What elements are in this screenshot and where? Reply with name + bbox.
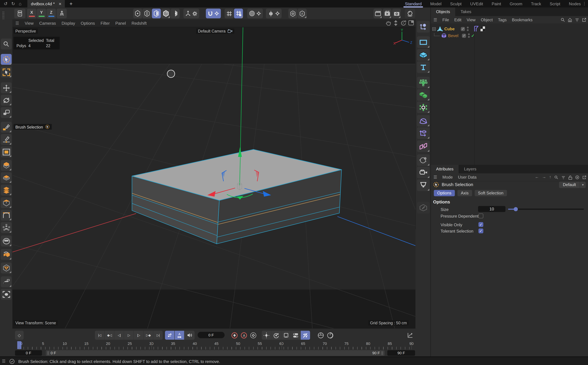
new-tab-button[interactable]: + (70, 1, 73, 7)
search-icon[interactable] (554, 175, 558, 179)
play-mode-button[interactable]: A (175, 331, 184, 340)
solo-off-button[interactable] (316, 331, 326, 340)
history-forward-icon[interactable]: → (542, 175, 546, 180)
dolly-zoom-icon[interactable] (393, 20, 398, 26)
open-timeline-button[interactable] (406, 331, 414, 340)
solo-animation-button[interactable] (326, 331, 335, 340)
attributes-menu-userdata[interactable]: User Data (458, 175, 477, 179)
workspace-tab[interactable]: Model (430, 0, 442, 7)
rectangle-spline-tool-button[interactable] (1, 146, 12, 157)
size-slider-track[interactable] (508, 209, 584, 210)
transport-button[interactable]: ▷◆ (144, 331, 153, 340)
remesh-button[interactable] (1, 262, 12, 274)
quantize-button[interactable] (234, 9, 243, 18)
lock-y-axis-button[interactable]: Y (37, 9, 46, 18)
lock-x-axis-button[interactable]: X (27, 9, 36, 18)
orbit-icon[interactable] (400, 20, 406, 26)
workspace-tab[interactable]: Nodes (569, 0, 581, 7)
autokeying-button[interactable]: A (239, 331, 249, 340)
move-tool-button[interactable] (1, 82, 12, 93)
viewport-3d-canvas[interactable]: Perspective SelectedTotal Polys422 Defau… (12, 27, 415, 329)
document-tab[interactable]: dvdbox.c4d * ✕ (28, 0, 65, 7)
coordinate-system-button[interactable] (14, 9, 26, 18)
toggle-panel-layout-icon[interactable] (408, 20, 414, 26)
attributes-menu-mode[interactable]: Mode (443, 175, 453, 179)
visible-only-checkbox[interactable]: ✓ (479, 222, 483, 227)
transport-button[interactable]: ▷ (124, 331, 134, 340)
points-mode-button[interactable] (133, 9, 142, 18)
viewport-menu-filter[interactable]: Filter (101, 21, 110, 25)
edges-mode-button[interactable] (143, 9, 152, 18)
coordinate-mode-button[interactable] (57, 9, 67, 18)
tab-button-soft-selection[interactable]: Soft Selection (475, 190, 507, 196)
key-pla-button[interactable] (301, 331, 310, 340)
workspace-tab[interactable]: Script (550, 0, 560, 7)
transport-button[interactable]: |◁ (95, 331, 105, 340)
workspace-tab[interactable]: Paint (492, 0, 501, 7)
key-parameters-button[interactable] (291, 331, 301, 340)
bevel-enabled-check-icon[interactable]: ✓ (471, 33, 474, 38)
attributes-menu-icon[interactable]: ☰ (433, 175, 437, 180)
weight-tool-button[interactable] (1, 222, 12, 233)
key-rotation-button[interactable] (271, 331, 281, 340)
render-settings-button[interactable] (392, 9, 401, 18)
render-view-button[interactable] (373, 9, 382, 18)
target-icon[interactable] (575, 175, 579, 179)
extrude-inner-tool-button[interactable] (1, 197, 12, 208)
tab-objects[interactable]: Objects (431, 7, 455, 16)
preset-dropdown[interactable]: Default ▼ (559, 182, 586, 188)
pan-hand-icon[interactable] (386, 20, 391, 26)
workspace-tab[interactable]: UVEdit (470, 0, 483, 7)
search-icon[interactable] (560, 18, 565, 22)
objects-menu-icon[interactable]: ☰ (433, 17, 437, 22)
sky-environment-button[interactable] (417, 154, 430, 166)
object-mode-button[interactable] (171, 9, 180, 18)
active-camera-label[interactable]: Default Camera (196, 28, 234, 34)
size-slider-handle[interactable] (514, 207, 518, 211)
range-end-field[interactable]: 90 F (387, 350, 415, 356)
objects-menu-edit[interactable]: Edit (454, 18, 462, 22)
range-left-grip[interactable] (47, 351, 49, 355)
object-name-cube[interactable]: Cube (444, 27, 455, 31)
tab-layers[interactable]: Layers (459, 165, 482, 174)
keyframe-settings-button[interactable] (249, 331, 258, 340)
objects-menu-view[interactable]: View (467, 18, 476, 22)
spline-primitive-button[interactable] (417, 36, 430, 48)
viewport-menu-panel[interactable]: Panel (115, 21, 126, 25)
bridge-tool-button[interactable] (1, 210, 12, 221)
symmetry-button[interactable] (266, 9, 282, 18)
rotate-tool-button[interactable] (1, 95, 12, 106)
tab-takes[interactable]: Takes (455, 7, 477, 16)
transport-button[interactable]: ◆◁ (105, 331, 114, 340)
spotlight-tool-button[interactable] (1, 289, 12, 300)
size-value-field[interactable]: 10 (478, 206, 506, 212)
cube-primitive-button[interactable] (417, 49, 430, 61)
camera-view-label[interactable]: Perspective (14, 28, 38, 34)
collapse-icon[interactable] (432, 27, 436, 31)
modeling-settings-button[interactable] (247, 9, 263, 18)
visibility-dots[interactable] (468, 33, 470, 38)
objects-menu-object[interactable]: Object (481, 18, 493, 22)
objects-menu-file[interactable]: File (443, 18, 449, 22)
tab-attributes[interactable]: Attributes (431, 165, 459, 174)
model-mode-button[interactable] (161, 9, 170, 18)
key-position-button[interactable] (262, 331, 271, 340)
material-manager-button[interactable] (405, 9, 415, 18)
status-menu-icon[interactable]: ☰ (2, 359, 6, 364)
loop-playback-button[interactable] (165, 331, 175, 340)
polygons-mode-button[interactable] (152, 9, 161, 18)
viewport-menu-options[interactable]: Options (81, 21, 95, 25)
enable-toggle[interactable] (461, 27, 465, 31)
snap-button[interactable] (206, 9, 221, 18)
workspace-tab[interactable]: Sculpt (450, 0, 462, 7)
sculpt-brush-button[interactable] (417, 202, 430, 213)
home-icon[interactable] (568, 18, 572, 22)
transport-button[interactable]: ▷| (153, 331, 163, 340)
uvw-tag-icon[interactable] (480, 26, 485, 31)
filter-icon[interactable] (561, 175, 565, 179)
go-up-icon[interactable]: ↑ (549, 175, 551, 180)
tab-button-options[interactable]: Options (434, 190, 455, 196)
simulation-object-button[interactable] (417, 101, 430, 113)
light-object-button[interactable] (417, 179, 430, 191)
viewport-menu-redshift[interactable]: Redshift (131, 21, 147, 25)
